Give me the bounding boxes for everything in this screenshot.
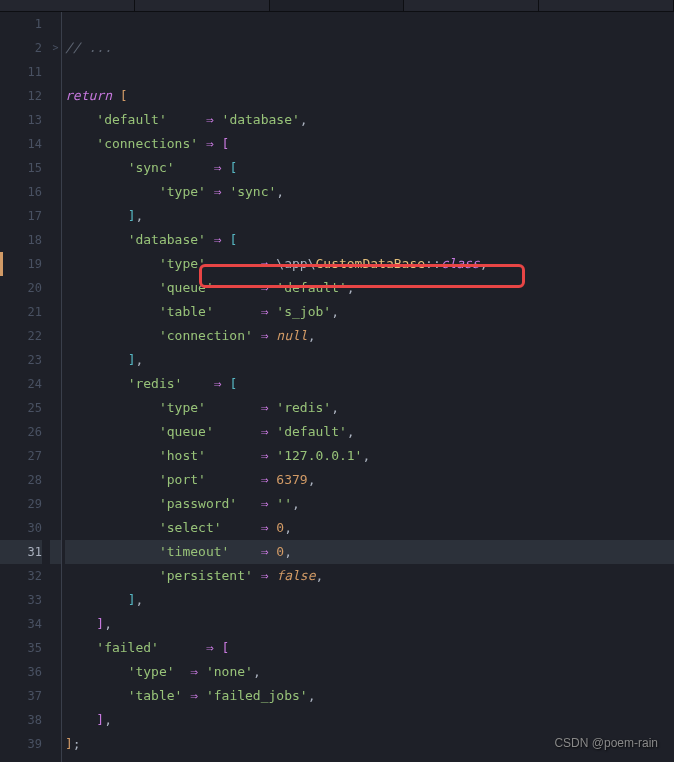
tab[interactable] — [404, 0, 539, 11]
watermark: CSDN @poem-rain — [554, 736, 658, 750]
code-line[interactable]: 'connection' ⇒ null, — [65, 324, 674, 348]
code-line[interactable] — [65, 12, 674, 36]
code-line[interactable]: ], — [65, 588, 674, 612]
tab-active[interactable] — [270, 0, 405, 11]
fold-marker — [50, 396, 61, 420]
editor: 1211121314151617181920212223242526272829… — [0, 12, 674, 762]
code-line[interactable]: 'table' ⇒ 's_job', — [65, 300, 674, 324]
fold-marker — [50, 372, 61, 396]
fold-marker — [50, 564, 61, 588]
code-line[interactable]: 'redis' ⇒ [ — [65, 372, 674, 396]
fold-marker — [50, 324, 61, 348]
line-number: 1 — [0, 12, 42, 36]
code-line[interactable]: // ... — [65, 36, 674, 60]
fold-marker — [50, 468, 61, 492]
line-number: 25 — [0, 396, 42, 420]
code-line[interactable]: ], — [65, 708, 674, 732]
code-line[interactable]: 'queue' ⇒ 'default', — [65, 276, 674, 300]
fold-marker — [50, 732, 61, 756]
code-line[interactable]: 'port' ⇒ 6379, — [65, 468, 674, 492]
line-number: 16 — [0, 180, 42, 204]
fold-marker — [50, 588, 61, 612]
code-line[interactable]: ], — [65, 348, 674, 372]
fold-marker — [50, 420, 61, 444]
fold-marker — [50, 612, 61, 636]
fold-marker — [50, 444, 61, 468]
line-number: 32 — [0, 564, 42, 588]
line-number: 27 — [0, 444, 42, 468]
fold-marker — [50, 636, 61, 660]
fold-marker — [50, 12, 61, 36]
line-number: 33 — [0, 588, 42, 612]
fold-marker — [50, 300, 61, 324]
line-number: 22 — [0, 324, 42, 348]
line-number: 30 — [0, 516, 42, 540]
code-line[interactable]: return [ — [65, 84, 674, 108]
line-number: 14 — [0, 132, 42, 156]
code-line[interactable]: 'type' ⇒ \app\CustomDataBase::class, — [65, 252, 674, 276]
line-number: 23 — [0, 348, 42, 372]
line-number: 11 — [0, 60, 42, 84]
code-line[interactable]: 'select' ⇒ 0, — [65, 516, 674, 540]
line-number: 28 — [0, 468, 42, 492]
fold-marker — [50, 516, 61, 540]
line-number: 39 — [0, 732, 42, 756]
code-line[interactable]: 'type' ⇒ 'sync', — [65, 180, 674, 204]
code-line[interactable]: 'timeout' ⇒ 0, — [65, 540, 674, 564]
code-line[interactable]: ], — [65, 612, 674, 636]
fold-marker — [50, 84, 61, 108]
fold-marker — [50, 252, 61, 276]
line-number-gutter: 1211121314151617181920212223242526272829… — [0, 12, 50, 762]
line-number: 37 — [0, 684, 42, 708]
modified-marker — [0, 252, 3, 276]
line-number: 20 — [0, 276, 42, 300]
line-number: 13 — [0, 108, 42, 132]
tab[interactable] — [0, 0, 135, 11]
code-line[interactable]: ], — [65, 204, 674, 228]
line-number: 24 — [0, 372, 42, 396]
code-line[interactable]: 'failed' ⇒ [ — [65, 636, 674, 660]
code-line[interactable] — [65, 60, 674, 84]
fold-marker — [50, 60, 61, 84]
line-number: 34 — [0, 612, 42, 636]
fold-marker — [50, 660, 61, 684]
fold-marker — [50, 276, 61, 300]
fold-marker — [50, 684, 61, 708]
fold-marker — [50, 108, 61, 132]
code-line[interactable]: 'queue' ⇒ 'default', — [65, 420, 674, 444]
code-line[interactable]: 'default' ⇒ 'database', — [65, 108, 674, 132]
line-number: 38 — [0, 708, 42, 732]
code-line[interactable]: 'type' ⇒ 'none', — [65, 660, 674, 684]
fold-marker — [50, 708, 61, 732]
code-line[interactable]: 'type' ⇒ 'redis', — [65, 396, 674, 420]
fold-marker — [50, 132, 61, 156]
code-line[interactable]: 'host' ⇒ '127.0.0.1', — [65, 444, 674, 468]
line-number: 35 — [0, 636, 42, 660]
code-line[interactable]: 'table' ⇒ 'failed_jobs', — [65, 684, 674, 708]
tab[interactable] — [135, 0, 270, 11]
fold-gutter: > — [50, 12, 62, 762]
code-line[interactable]: 'persistent' ⇒ false, — [65, 564, 674, 588]
line-number: 12 — [0, 84, 42, 108]
fold-marker — [50, 540, 61, 564]
tab[interactable] — [539, 0, 674, 11]
fold-marker — [50, 492, 61, 516]
line-number: 26 — [0, 420, 42, 444]
code-line[interactable]: 'connections' ⇒ [ — [65, 132, 674, 156]
code-line[interactable]: 'database' ⇒ [ — [65, 228, 674, 252]
tab-bar — [0, 0, 674, 12]
code-line[interactable]: 'password' ⇒ '', — [65, 492, 674, 516]
fold-marker — [50, 228, 61, 252]
line-number: 31 — [0, 540, 42, 564]
code-line[interactable]: 'sync' ⇒ [ — [65, 156, 674, 180]
fold-marker[interactable]: > — [50, 36, 61, 60]
code-area[interactable]: // ...return [ 'default' ⇒ 'database', '… — [62, 12, 674, 762]
fold-marker — [50, 348, 61, 372]
fold-marker — [50, 156, 61, 180]
line-number: 36 — [0, 660, 42, 684]
line-number: 19 — [0, 252, 42, 276]
line-number: 18 — [0, 228, 42, 252]
line-number: 17 — [0, 204, 42, 228]
line-number: 15 — [0, 156, 42, 180]
fold-marker — [50, 180, 61, 204]
